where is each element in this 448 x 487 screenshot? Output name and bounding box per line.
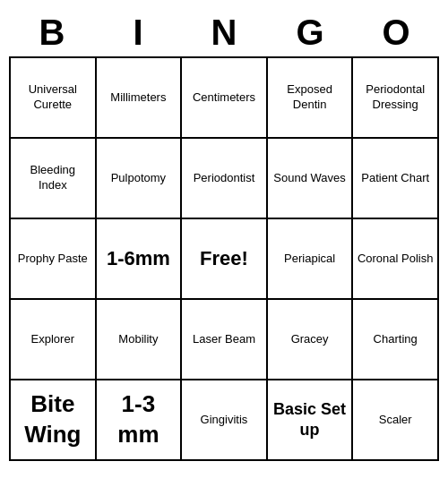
bingo-cell-1-4[interactable]: Patient Chart (353, 139, 439, 219)
bingo-cell-0-3[interactable]: Exposed Dentin (268, 58, 354, 139)
bingo-cell-1-2[interactable]: Periodontist (182, 139, 268, 219)
bingo-cell-3-4[interactable]: Charting (353, 300, 439, 380)
bingo-cell-4-4[interactable]: Scaler (353, 380, 439, 461)
bingo-cell-0-1[interactable]: Millimeters (97, 58, 183, 139)
bingo-cell-1-1[interactable]: Pulpotomy (97, 139, 183, 219)
bingo-cell-3-1[interactable]: Mobility (97, 300, 183, 380)
bingo-cell-2-1[interactable]: 1-6mm (97, 219, 183, 300)
bingo-letter: B (9, 9, 95, 56)
bingo-cell-2-2[interactable]: Free! (182, 219, 268, 300)
bingo-cell-4-2[interactable]: Gingivitis (182, 380, 268, 461)
bingo-letter: G (267, 9, 353, 56)
bingo-cell-4-0[interactable]: Bite Wing (11, 380, 97, 461)
bingo-header: BINGO (9, 9, 439, 56)
bingo-cell-2-3[interactable]: Periapical (268, 219, 354, 300)
bingo-cell-0-0[interactable]: Universal Curette (11, 58, 97, 139)
bingo-cell-0-4[interactable]: Periodontal Dressing (353, 58, 439, 139)
bingo-letter: O (353, 9, 439, 56)
bingo-letter: N (181, 9, 267, 56)
bingo-cell-4-3[interactable]: Basic Set up (268, 380, 354, 461)
bingo-cell-1-3[interactable]: Sound Waves (268, 139, 354, 219)
bingo-cell-3-0[interactable]: Explorer (11, 300, 97, 380)
bingo-cell-2-4[interactable]: Coronal Polish (353, 219, 439, 300)
bingo-cell-3-3[interactable]: Gracey (268, 300, 354, 380)
bingo-cell-1-0[interactable]: Bleeding Index (11, 139, 97, 219)
bingo-grid: Universal CuretteMillimetersCentimetersE… (9, 56, 439, 461)
bingo-cell-0-2[interactable]: Centimeters (182, 58, 268, 139)
bingo-cell-3-2[interactable]: Laser Beam (182, 300, 268, 380)
bingo-card: BINGO Universal CuretteMillimetersCentim… (9, 9, 439, 461)
bingo-letter: I (95, 9, 181, 56)
bingo-cell-2-0[interactable]: Prophy Paste (11, 219, 97, 300)
bingo-cell-4-1[interactable]: 1-3 mm (97, 380, 183, 461)
